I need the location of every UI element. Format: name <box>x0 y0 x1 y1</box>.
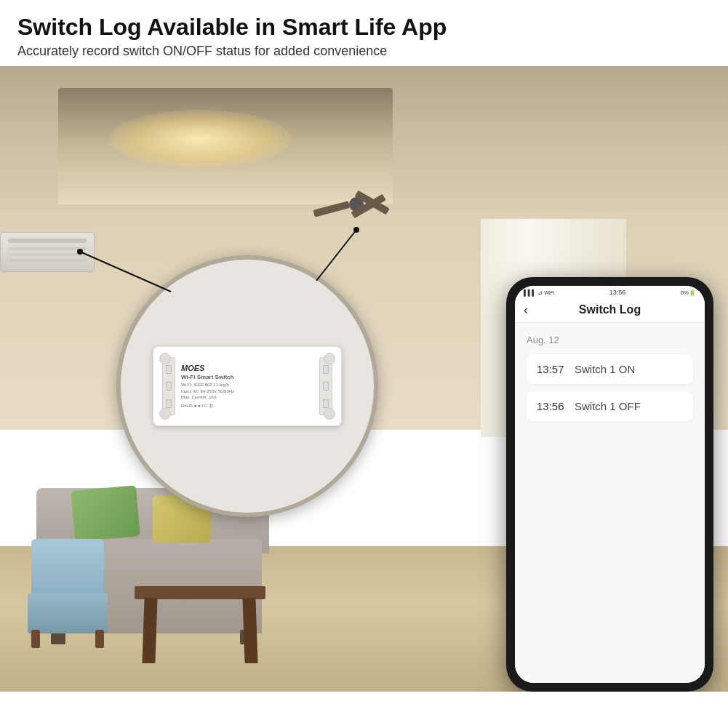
coffee-table <box>135 586 265 666</box>
log-action-1: Switch 1 ON <box>575 363 635 375</box>
right-connector <box>319 357 332 415</box>
chair <box>20 503 115 648</box>
screw-tr <box>324 353 335 364</box>
log-action-2: Switch 1 OFF <box>575 400 641 412</box>
back-icon[interactable]: ‹ <box>524 303 528 318</box>
app-title: Switch Log <box>579 303 641 316</box>
ceiling-fan <box>313 175 400 241</box>
log-entry-2: 13:56 Switch 1 OFF <box>527 391 693 421</box>
phone-status-bar: ▌▌▌ ⊿ WiFi 13:56 0%🔋 <box>515 286 705 297</box>
left-connector <box>162 357 175 415</box>
log-entry-1: 13:57 Switch 1 ON <box>527 354 693 384</box>
page-title: Switch Log Available in Smart Life App <box>17 13 711 41</box>
switch-model: Wi-Fi Smart Switch <box>181 374 313 380</box>
log-date: Aug. 12 <box>527 335 693 345</box>
signal-indicator: ▌▌▌ ⊿ WiFi <box>524 289 554 296</box>
main-content: MOES Wi-Fi Smart Switch Wi-Fi: IEEE 802.… <box>0 66 728 692</box>
phone-log-content: Aug. 12 13:57 Switch 1 ON 13:56 Switch 1… <box>515 323 705 683</box>
log-time-1: 13:57 <box>537 363 567 375</box>
switch-specs: Wi-Fi: IEEE 802.11 b/g/n Input: AC 90-25… <box>181 382 313 409</box>
page-subtitle: Accurately record switch ON/OFF status f… <box>17 44 711 59</box>
switch-label-area: MOES Wi-Fi Smart Switch Wi-Fi: IEEE 802.… <box>175 364 319 409</box>
ac-unit <box>0 232 95 272</box>
switch-device: MOES Wi-Fi Smart Switch Wi-Fi: IEEE 802.… <box>153 346 342 426</box>
log-time-2: 13:56 <box>537 400 567 412</box>
switch-brand: MOES <box>181 364 313 372</box>
device-circle: MOES Wi-Fi Smart Switch Wi-Fi: IEEE 802.… <box>116 255 378 517</box>
screw-br <box>324 408 335 420</box>
battery-indicator: 0%🔋 <box>680 289 696 296</box>
phone-app-header: ‹ Switch Log <box>515 297 705 323</box>
status-time: 13:56 <box>609 289 626 296</box>
phone: ▌▌▌ ⊿ WiFi 13:56 0%🔋 ‹ Switch Log Aug. 1… <box>506 277 713 692</box>
page-header: Switch Log Available in Smart Life App A… <box>0 0 728 66</box>
phone-screen: ▌▌▌ ⊿ WiFi 13:56 0%🔋 ‹ Switch Log Aug. 1… <box>515 286 705 683</box>
screw-bl <box>159 408 171 420</box>
ceiling-light <box>109 110 291 168</box>
